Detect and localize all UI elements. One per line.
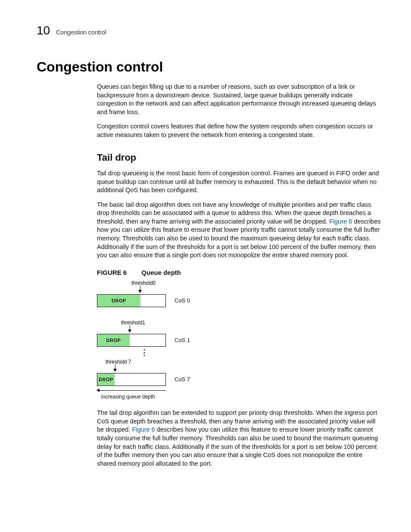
cos-label-1: CoS 1	[174, 336, 190, 344]
queue-row-cos1: threshold1 DROP CoS 1	[97, 319, 192, 347]
arrow-left-icon	[97, 390, 166, 391]
queue-row-cos7: threshold 7 DROP CoS 7	[97, 358, 192, 386]
arrow-down-icon	[115, 364, 115, 371]
figure-caption: FIGURE 6 Queue depth	[97, 268, 381, 277]
cos-label-7: CoS 7	[174, 376, 190, 383]
drop-region: DROP	[97, 295, 140, 307]
arrow-down-icon	[130, 325, 130, 332]
threshold-label-0: threshold0	[131, 280, 156, 286]
tail-drop-paragraph-2: The basic tail drop algorithm does not h…	[97, 201, 381, 260]
drop-region: DROP	[97, 373, 115, 386]
tail-drop-paragraph-3: The tail drop algorithm can be extended …	[97, 409, 381, 468]
intro-paragraph-2: Congestion control covers features that …	[97, 122, 381, 139]
figure-6-link[interactable]: Figure 6	[329, 218, 352, 225]
queue-row-cos0: threshold0 DROP CoS 0	[97, 280, 192, 307]
figure-queue-depth: threshold0 DROP CoS 0 threshold1 DROP Co…	[97, 280, 192, 400]
threshold-label-1: threshold1	[121, 319, 145, 326]
vertical-dots-icon: ⋮	[140, 351, 149, 354]
chapter-number: 10	[37, 24, 50, 37]
intro-paragraph-1: Queues can begin filling up due to a num…	[97, 83, 381, 116]
cos-label-0: CoS 0	[174, 297, 190, 305]
figure-label: FIGURE 6	[97, 269, 127, 276]
queue-bar: DROP	[97, 373, 166, 386]
tail-drop-paragraph-1: Tail drop queueing is the most basic for…	[97, 169, 381, 195]
queue-bar: DROP	[97, 294, 166, 307]
drop-region: DROP	[97, 334, 130, 346]
threshold-label-7: threshold 7	[106, 358, 131, 365]
heading-tail-drop: Tail drop	[97, 151, 381, 164]
figure-title: Queue depth	[141, 269, 181, 276]
figure-6-link[interactable]: Figure 6	[132, 426, 155, 433]
page-header: 10 Congestion control	[37, 24, 381, 37]
x-axis-label: increasing queue depth	[101, 393, 192, 400]
heading-congestion-control: Congestion control	[37, 59, 381, 75]
arrow-down-icon	[140, 286, 140, 292]
queue-bar: DROP	[97, 334, 166, 347]
chapter-title: Congestion control	[56, 29, 106, 36]
